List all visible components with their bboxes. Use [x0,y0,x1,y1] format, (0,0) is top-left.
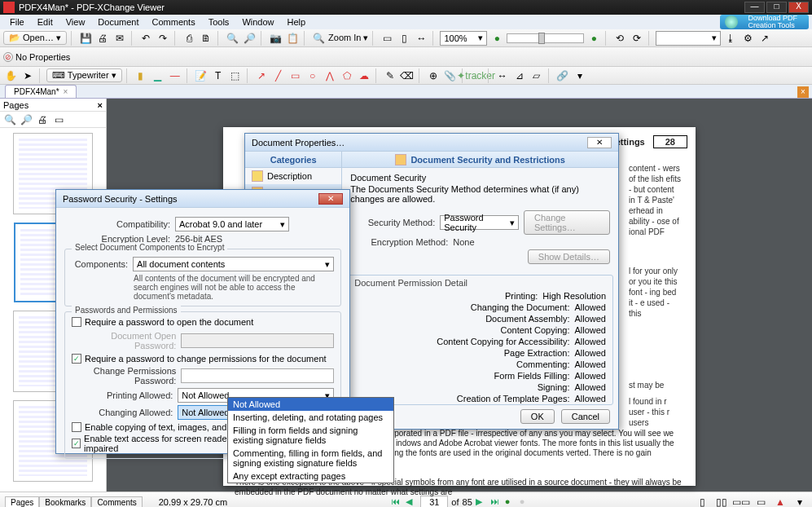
menu-document[interactable]: Document [91,17,145,27]
arrow-icon[interactable]: ↗ [254,68,269,83]
redo-icon[interactable]: ↷ [156,31,170,46]
continuous-icon[interactable]: ▯▯ [714,495,729,508]
require-change-password-checkbox[interactable]: ✓Require a password to change permission… [72,354,327,364]
next-view-icon[interactable]: ● [520,496,531,508]
download-pdf-tools-banner[interactable]: Download PDF Creation Tools [720,15,809,29]
slider-thumb-icon[interactable] [538,33,545,44]
stamp-icon[interactable]: ⊕ [426,68,441,83]
view-select[interactable] [656,31,721,46]
callout-icon[interactable]: ⬚ [228,68,243,83]
print-icon[interactable]: 🖨 [95,31,110,46]
menu-help[interactable]: Help [281,17,313,27]
zoom-in-button[interactable]: Zoom In ▾ [328,33,368,43]
docprops-ok-button[interactable]: OK [520,409,555,424]
close-button[interactable]: X [788,2,809,13]
pages-panel-close-icon[interactable]: × [98,100,103,110]
polyline-icon[interactable]: ⋀ [323,68,337,83]
menu-comments[interactable]: Comments [146,17,202,27]
measure-perimeter-icon[interactable]: ⊿ [512,68,527,83]
compatibility-select[interactable]: Acrobat 9.0 and later [175,217,289,231]
menu-tools[interactable]: Tools [202,17,236,27]
dropdown-option[interactable]: Any except extracting pages [228,470,393,483]
hand-tool-icon[interactable]: ✋ [3,68,18,83]
find-icon[interactable]: 🔍 [225,31,239,46]
export-icon[interactable]: ⭳ [723,31,738,46]
fit-page-icon[interactable]: ▯ [397,31,411,46]
clipboard-icon[interactable]: 📋 [285,31,300,46]
dropdown-option[interactable]: Not Allowed [228,398,393,411]
measure-distance-icon[interactable]: ↔ [495,68,510,83]
attach-icon[interactable]: 📎 [443,68,458,83]
zoom-in-round-icon[interactable]: ● [586,31,601,46]
sticky-note-icon[interactable]: 📝 [194,68,208,83]
status-tab-bookmarks[interactable]: Bookmarks [39,496,91,508]
continuous-facing-icon[interactable]: ▭ [753,495,768,508]
rotate-right-icon[interactable]: ⟳ [630,31,644,46]
save-icon[interactable]: 💾 [78,31,93,46]
highlight-icon[interactable]: ▮ [134,68,148,83]
settings-icon[interactable]: ⚙ [740,31,755,46]
dropdown-option[interactable]: Inserting, deleting, and rotating pages [228,411,393,424]
dialog-close-icon[interactable]: ✕ [318,193,343,205]
more-tools-icon[interactable]: ▾ [573,68,587,83]
oval-icon[interactable]: ○ [305,68,320,83]
require-open-password-checkbox[interactable]: Require a password to open the document [72,317,253,327]
zoom-tool-icon[interactable]: 🔍 [311,31,326,46]
thumb-zoom-out-icon[interactable]: 🔎 [19,112,33,127]
thumb-zoom-in-icon[interactable]: 🔍 [2,112,17,127]
launch-icon[interactable]: ↗ [757,31,772,46]
change-password-input[interactable] [181,368,334,383]
line-icon[interactable]: ╱ [271,68,286,83]
search-icon[interactable]: 🔎 [242,31,257,46]
menu-view[interactable]: View [59,17,92,27]
text-box-icon[interactable]: T [211,68,226,83]
next-page-icon[interactable]: ▶ [476,496,487,508]
dropdown-option[interactable]: Commenting, filling in form fields, and … [228,447,393,470]
undo-icon[interactable]: ↶ [138,31,153,46]
first-page-icon[interactable]: ⏮ [391,496,402,508]
cloud-icon[interactable]: ☁ [357,68,371,83]
zoom-select[interactable]: 100% [440,31,487,46]
toolbar-menu-icon[interactable]: ▾ [792,495,807,508]
actual-size-icon[interactable]: ▭ [380,31,394,46]
zoom-out-round-icon[interactable]: ● [489,31,504,46]
strikeout-icon[interactable]: — [168,68,182,83]
prev-view-icon[interactable]: ● [505,496,516,508]
dropdown-option[interactable]: Filling in form fields and signing exist… [228,424,393,447]
prev-page-icon[interactable]: ◀ [406,496,417,508]
polygon-icon[interactable]: ⬠ [340,68,354,83]
tab-close-icon[interactable]: × [64,87,68,96]
ocr-icon[interactable]: 🗎 [199,31,213,46]
eraser-icon[interactable]: ⌫ [400,68,415,83]
document-tab[interactable]: PDFX4Man* × [5,85,77,98]
thumb-options-icon[interactable]: ▭ [51,112,66,127]
dialog-close-icon[interactable]: ✕ [587,137,612,148]
tracker-logo-icon[interactable]: ✦tracker [469,68,484,83]
underline-icon[interactable]: ▁ [151,68,165,83]
security-method-select[interactable]: Password Security [440,215,519,230]
status-tab-pages[interactable]: Pages [5,496,39,508]
select-tool-icon[interactable]: ➤ [20,68,35,83]
pencil-icon[interactable]: ✎ [383,68,397,83]
dialog-titlebar[interactable]: Password Security - Settings ✕ [56,190,349,208]
rectangle-icon[interactable]: ▭ [288,68,303,83]
link-tool-icon[interactable]: 🔗 [555,68,570,83]
docprops-cancel-button[interactable]: Cancel [561,409,610,424]
measure-area-icon[interactable]: ▱ [529,68,544,83]
pdf-icon[interactable]: ▲ [773,495,788,508]
thumb-print-icon[interactable]: 🖨 [35,112,50,127]
email-icon[interactable]: ✉ [112,31,127,46]
maximize-button[interactable]: □ [766,2,787,13]
menu-edit[interactable]: Edit [31,17,59,27]
change-settings-button[interactable]: Change Settings… [524,210,610,235]
snapshot-icon[interactable]: 📷 [268,31,283,46]
single-page-icon[interactable]: ▯ [695,495,709,508]
status-tab-comments[interactable]: Comments [91,496,142,508]
rotate-left-icon[interactable]: ⟲ [612,31,627,46]
last-page-icon[interactable]: ⏭ [490,496,502,508]
open-button[interactable]: 📂 Open… ▾ [3,31,67,45]
menu-window[interactable]: Window [235,17,280,27]
scan-icon[interactable]: ⎙ [182,31,196,46]
close-all-tabs-icon[interactable]: × [797,86,809,98]
menu-file[interactable]: File [3,17,31,27]
